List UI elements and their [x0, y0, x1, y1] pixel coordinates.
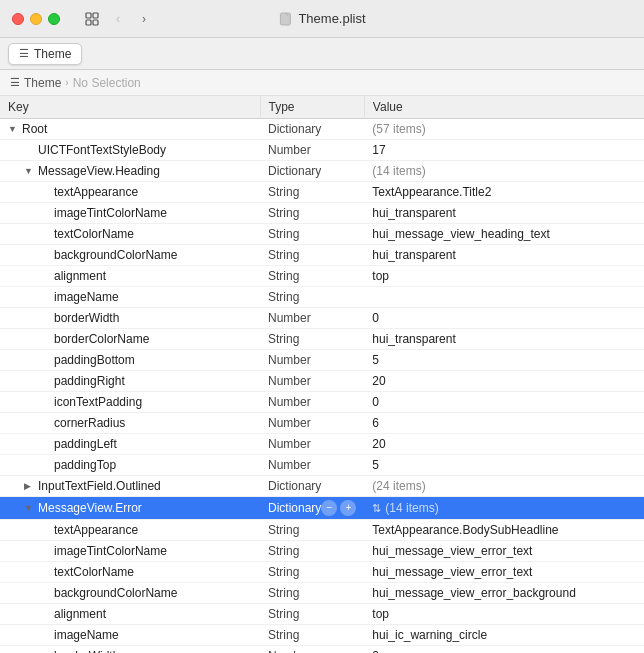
type-cell: Number [260, 434, 364, 455]
type-cell: Dictionary [260, 476, 364, 497]
type-text: Number [268, 374, 311, 388]
value-cell: hui_transparent [364, 329, 644, 350]
table-row[interactable]: alignmentStringtop [0, 604, 644, 625]
key-cell: imageName [0, 287, 260, 308]
row-plus-button[interactable]: + [340, 500, 356, 516]
tab-list-icon: ☰ [19, 47, 29, 60]
value-text: (14 items) [372, 164, 425, 178]
table-row[interactable]: paddingBottomNumber5 [0, 350, 644, 371]
table-row[interactable]: backgroundColorNameStringhui_transparent [0, 245, 644, 266]
value-text: hui_message_view_error_text [372, 544, 532, 558]
type-cell: String [260, 562, 364, 583]
table-row[interactable]: InputTextField.OutlinedDictionary(24 ite… [0, 476, 644, 497]
table-row[interactable]: UICTFontTextStyleBodyNumber17 [0, 140, 644, 161]
value-cell: hui_ic_warning_circle [364, 625, 644, 646]
value-cell: 6 [364, 413, 644, 434]
title-bar-center: Theme.plist [278, 11, 365, 26]
value-text: hui_ic_warning_circle [372, 628, 487, 642]
svg-rect-1 [93, 13, 98, 18]
disclosure-open-icon[interactable] [24, 503, 34, 513]
table-row[interactable]: cornerRadiusNumber6 [0, 413, 644, 434]
close-button[interactable] [12, 13, 24, 25]
value-cell: 17 [364, 140, 644, 161]
type-cell: String [260, 266, 364, 287]
table-row[interactable]: paddingRightNumber20 [0, 371, 644, 392]
table-row[interactable]: MessageView.ErrorDictionary−+⇅(14 items) [0, 497, 644, 520]
minimize-button[interactable] [30, 13, 42, 25]
key-text: paddingTop [54, 458, 116, 472]
value-text: top [372, 269, 389, 283]
type-cell: Number [260, 413, 364, 434]
type-text: String [268, 607, 299, 621]
key-cell: paddingBottom [0, 350, 260, 371]
table-row[interactable]: iconTextPaddingNumber0 [0, 392, 644, 413]
value-cell: hui_transparent [364, 245, 644, 266]
table-row[interactable]: backgroundColorNameStringhui_message_vie… [0, 583, 644, 604]
type-text: Dictionary [268, 164, 321, 178]
breadcrumb-root[interactable]: Theme [24, 76, 61, 90]
value-header: Value [364, 96, 644, 119]
value-cell: TextAppearance.BodySubHeadline [364, 520, 644, 541]
table-row[interactable]: textAppearanceStringTextAppearance.Title… [0, 182, 644, 203]
disclosure-open-icon[interactable] [24, 166, 34, 176]
type-cell: Number [260, 371, 364, 392]
disclosure-closed-icon[interactable] [24, 481, 34, 491]
value-text: 17 [372, 143, 385, 157]
type-text: Dictionary [268, 479, 321, 493]
type-cell: Number [260, 308, 364, 329]
table-row[interactable]: alignmentStringtop [0, 266, 644, 287]
value-cell: hui_transparent [364, 203, 644, 224]
type-cell: String [260, 203, 364, 224]
key-text: textAppearance [54, 523, 138, 537]
table-row[interactable]: imageNameString [0, 287, 644, 308]
table-row[interactable]: RootDictionary(57 items) [0, 119, 644, 140]
traffic-lights [12, 13, 60, 25]
key-cell-inner: imageTintColorName [40, 544, 252, 558]
type-text: Number [268, 353, 311, 367]
key-cell-inner: InputTextField.Outlined [24, 479, 252, 493]
type-cell: String [260, 224, 364, 245]
table-row[interactable]: textColorNameStringhui_message_view_head… [0, 224, 644, 245]
value-text: 20 [372, 437, 385, 451]
type-cell: String [260, 625, 364, 646]
key-cell-inner: paddingBottom [40, 353, 252, 367]
key-text: backgroundColorName [54, 248, 177, 262]
row-minus-button[interactable]: − [321, 500, 337, 516]
type-text: Number [268, 143, 311, 157]
value-cell: (14 items) [364, 161, 644, 182]
table-row[interactable]: imageTintColorNameStringhui_message_view… [0, 541, 644, 562]
value-cell: TextAppearance.Title2 [364, 182, 644, 203]
value-cell: 20 [364, 434, 644, 455]
key-cell: borderColorName [0, 329, 260, 350]
value-cell: ⇅(14 items) [364, 497, 644, 520]
key-cell-inner: backgroundColorName [40, 248, 252, 262]
table-row[interactable]: paddingTopNumber5 [0, 455, 644, 476]
key-text: InputTextField.Outlined [38, 479, 161, 493]
theme-tab[interactable]: ☰ Theme [8, 43, 82, 65]
value-text: hui_transparent [372, 206, 455, 220]
sort-arrows-icon[interactable]: ⇅ [372, 502, 381, 515]
back-button[interactable]: ‹ [106, 9, 130, 29]
forward-button[interactable]: › [132, 9, 156, 29]
grid-view-button[interactable] [80, 7, 104, 31]
type-text: Number [268, 416, 311, 430]
table-row[interactable]: borderWidthNumber0 [0, 646, 644, 654]
key-cell: InputTextField.Outlined [0, 476, 260, 497]
table-row[interactable]: paddingLeftNumber20 [0, 434, 644, 455]
svg-rect-0 [86, 13, 91, 18]
key-cell: MessageView.Error [0, 497, 260, 520]
type-cell: Dictionary [260, 119, 364, 140]
disclosure-open-icon[interactable] [8, 124, 18, 134]
table-row[interactable]: textAppearanceStringTextAppearance.BodyS… [0, 520, 644, 541]
value-text: (14 items) [385, 501, 438, 515]
maximize-button[interactable] [48, 13, 60, 25]
table-row[interactable]: imageNameStringhui_ic_warning_circle [0, 625, 644, 646]
key-cell: cornerRadius [0, 413, 260, 434]
table-row[interactable]: imageTintColorNameStringhui_transparent [0, 203, 644, 224]
value-text: top [372, 607, 389, 621]
table-row[interactable]: MessageView.HeadingDictionary(14 items) [0, 161, 644, 182]
table-row[interactable]: borderWidthNumber0 [0, 308, 644, 329]
table-row[interactable]: textColorNameStringhui_message_view_erro… [0, 562, 644, 583]
table-row[interactable]: borderColorNameStringhui_transparent [0, 329, 644, 350]
value-cell: 5 [364, 350, 644, 371]
